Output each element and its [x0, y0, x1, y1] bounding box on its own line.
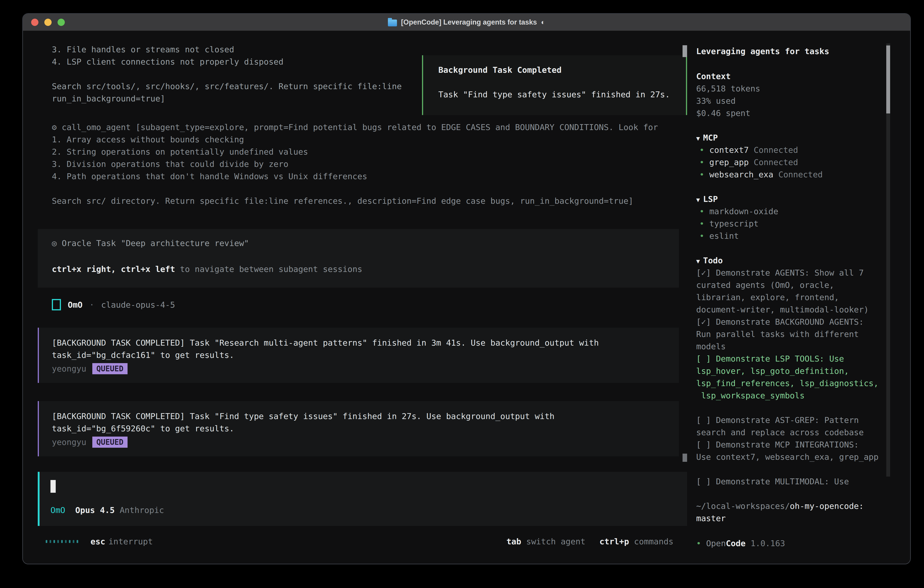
context-spent: $0.46 spent: [696, 107, 750, 119]
input-model-label[interactable]: Opus 4.5Anthropic: [75, 505, 164, 515]
context-tokens: 66,518 tokens: [696, 83, 760, 95]
spinner-dot: [61, 540, 63, 543]
version-row: •OpenCode1.0.163: [696, 537, 785, 550]
task-message-meta: yeongyu QUEUED: [52, 363, 679, 374]
status-bar: esc interrupt tab switch agent ctrl+p co…: [46, 537, 680, 549]
chevron-down-icon: ▼: [696, 196, 700, 203]
todo-line-active: [ ] Demonstrate LSP TOOLS: Use: [696, 353, 844, 365]
todo-line: curated agents (OmO, oracle,: [696, 279, 834, 291]
workspace-branch: master: [696, 512, 726, 525]
mcp-item-status: Connected: [754, 158, 798, 167]
todo-line: [ ] Demonstrate MULTIMODAL: Use: [696, 476, 849, 488]
task-message-line: [BACKGROUND TASK COMPLETED] Task "Find t…: [52, 410, 679, 423]
mcp-section-header[interactable]: ▼MCP: [696, 132, 718, 145]
toast-body: Task "Find type safety issues" finished …: [438, 90, 670, 99]
scrollback-line: 3. File handles or streams not closed: [52, 43, 234, 56]
chat-pane: 3. File handles or streams not closed 4.…: [23, 31, 687, 564]
agent-header: OmO · claude-opus-4-5: [52, 299, 175, 311]
bullet-icon: •: [700, 219, 705, 228]
task-message-line: task_id="bg_6f59260c" to get results.: [52, 423, 679, 435]
ctrlp-key-label: commands: [634, 537, 673, 546]
agent-name: OmO: [68, 300, 82, 309]
status-badge: QUEUED: [92, 436, 127, 448]
oracle-task-card[interactable]: ◎ Oracle Task "Deep architecture review"…: [38, 229, 679, 287]
status-badge: QUEUED: [92, 363, 127, 374]
todo-line: [✓] Demonstrate AGENTS: Show all 7: [696, 267, 864, 279]
session-sidebar: Leveraging agents for tasks Context 66,5…: [687, 31, 910, 564]
spinner-dot: [73, 540, 74, 543]
bullet-icon: •: [700, 207, 705, 216]
spinner-dot: [57, 540, 59, 543]
scrollback-line: Search src/tools/, src/hooks/, src/featu…: [52, 80, 402, 92]
sidebar-scrollbar-thumb[interactable]: [886, 45, 890, 114]
lsp-item: •typescript: [700, 218, 759, 230]
todo-line: models: [696, 340, 726, 353]
close-button[interactable]: [31, 19, 38, 26]
screen: [OpenCode] Leveraging agents for tasks ◐…: [0, 0, 924, 588]
bullet-icon: •: [700, 145, 705, 155]
task-message-card: [BACKGROUND TASK COMPLETED] Task "Find t…: [38, 401, 679, 456]
todo-line: document-writer, multimodal-looker): [696, 304, 869, 316]
toast-title: Background Task Completed: [438, 65, 562, 74]
task-message-meta: yeongyu QUEUED: [52, 436, 679, 448]
tool-call-item: 1. Array access without bounds checking: [52, 134, 244, 146]
lsp-section-header[interactable]: ▼LSP: [696, 193, 718, 206]
background-task-toast: Background Task Completed Task "Find typ…: [422, 55, 687, 115]
mcp-item: •websearch_exaConnected: [700, 168, 823, 181]
bullet-icon: •: [700, 231, 705, 241]
todo-line: search and replace across codebase: [696, 426, 864, 439]
spinner-dot: [46, 540, 47, 543]
scrollback-line: run_in_background=true]: [52, 92, 165, 105]
window-title-group: [OpenCode] Leveraging agents for tasks ◐: [388, 18, 545, 26]
tab-key-hint: tab: [507, 537, 521, 546]
folder-icon: [388, 20, 397, 26]
sidebar-scrollbar-track[interactable]: [886, 43, 890, 477]
terminal-content: 3. File handles or streams not closed 4.…: [23, 31, 910, 564]
mcp-item-status: Connected: [778, 170, 823, 179]
todo-line-active: lsp_find_references, lsp_diagnostics,: [696, 377, 878, 390]
text-cursor: [51, 480, 56, 493]
workspace-path: ~/local-workspaces/oh-my-opencode:: [696, 500, 864, 512]
window-title: [OpenCode] Leveraging agents for tasks: [401, 18, 537, 26]
tool-call-text: call_omo_agent [subagent_type=explore, p…: [62, 122, 658, 132]
lsp-heading: LSP: [703, 195, 718, 204]
oracle-title: Oracle Task "Deep architecture review": [62, 238, 249, 248]
oracle-hint-key1: ctrl+x right,: [52, 264, 116, 274]
mcp-item-status: Connected: [754, 145, 798, 155]
workspace-path-dim: ~/local-workspaces/: [696, 501, 790, 511]
tool-call-item: 4. Path operations that don't handle Win…: [52, 170, 367, 183]
mcp-item-name: context7: [710, 145, 749, 155]
agent-model: claude-opus-4-5: [101, 300, 175, 309]
status-right: tab switch agent ctrl+p commands: [507, 537, 673, 546]
chevron-down-icon: ▼: [696, 135, 700, 142]
todo-line-active: lsp_hover, lsp_goto_definition,: [696, 365, 849, 377]
minimize-button[interactable]: [45, 19, 52, 26]
spinner-dots: [46, 540, 78, 543]
context-heading: Context: [696, 70, 731, 83]
tool-call-line: ⚙ call_omo_agent [subagent_type=explore,…: [52, 121, 658, 134]
main-scrollbar-thumb[interactable]: [683, 45, 687, 57]
scrollback-line: 4. LSP client connections not properly d…: [52, 56, 284, 68]
zoom-button[interactable]: [58, 19, 65, 26]
model-row: OmO Opus 4.5Anthropic: [51, 505, 164, 515]
spinner-dot: [77, 540, 78, 543]
main-scrollbar-thumb[interactable]: [683, 454, 687, 462]
spinner-dot: [65, 540, 67, 543]
gear-icon: ⚙: [52, 122, 57, 132]
todo-line: [ ] Demonstrate MCP INTEGRATIONS:: [696, 439, 859, 451]
tab-key-label: switch agent: [526, 537, 585, 546]
todo-line-active: lsp_workspace_symbols: [696, 390, 805, 402]
prompt-input[interactable]: OmO Opus 4.5Anthropic: [38, 472, 687, 526]
separator-dot: ·: [89, 300, 94, 309]
traffic-lights: [31, 14, 65, 31]
spinner-dot: [69, 540, 71, 543]
mcp-item-name: websearch_exa: [710, 170, 774, 179]
workspace-path-bold: oh-my-opencode:: [790, 501, 864, 511]
todo-section-header[interactable]: ▼Todo: [696, 254, 723, 268]
oracle-hint-text: to navigate between subagent sessions: [180, 264, 362, 274]
todo-heading: Todo: [703, 256, 723, 265]
version-name-dim: Open: [706, 538, 726, 548]
bullet-icon: •: [700, 170, 705, 179]
todo-line: [✓] Demonstrate BACKGROUND AGENTS:: [696, 316, 864, 328]
input-agent-label[interactable]: OmO: [51, 505, 65, 515]
